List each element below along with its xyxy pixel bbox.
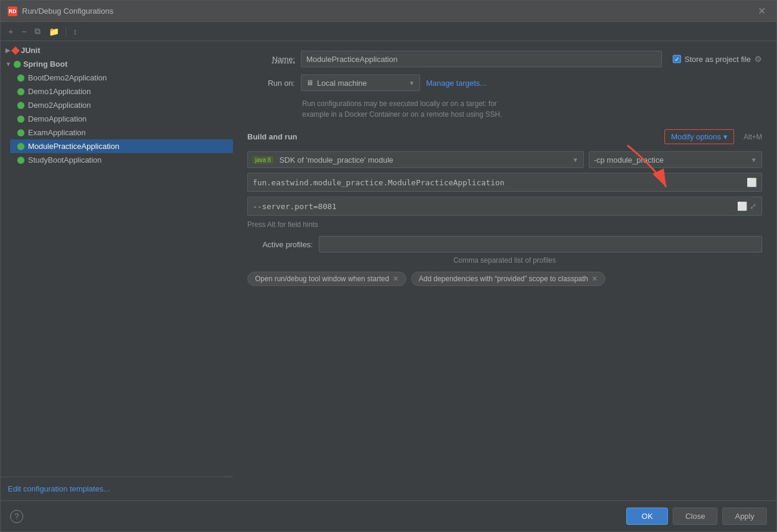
app-icon: RD xyxy=(8,7,17,16)
tag-open-debug-label: Open run/debug tool window when started xyxy=(255,275,389,283)
sidebar-item-demo2[interactable]: Demo2Application xyxy=(10,98,233,112)
run-on-dropdown[interactable]: 🖥 Local machine ▼ xyxy=(301,74,420,91)
run-on-value: Local machine xyxy=(317,79,367,88)
tags-row: Open run/debug tool window when started … xyxy=(247,272,762,286)
study-boot-icon xyxy=(17,157,24,164)
sdk-value: SDK of 'module_practice' module xyxy=(279,155,569,164)
sidebar-item-demo[interactable]: DemoApplication xyxy=(10,112,233,126)
boot-demo2-icon xyxy=(17,74,24,82)
store-project-gear-icon[interactable]: ⚙ xyxy=(754,54,762,64)
cp-dropdown[interactable]: -cp module_practice ▼ xyxy=(589,151,762,168)
sidebar-item-exam[interactable]: ExamApplication xyxy=(10,126,233,139)
run-on-hint: Run configurations may be executed local… xyxy=(302,98,762,120)
modify-shortcut: Alt+M xyxy=(744,133,762,141)
tag-add-deps-label: Add dependencies with “provided” scope t… xyxy=(419,275,588,283)
sort-button[interactable]: ↕ xyxy=(70,25,80,38)
vm-options-row: ⬜ ⤢ xyxy=(247,197,762,216)
apply-button[interactable]: Apply xyxy=(722,508,767,525)
active-profiles-input[interactable] xyxy=(319,236,762,253)
bottom-bar: ? OK Close Apply xyxy=(1,500,776,531)
java-tag: java 8 xyxy=(253,156,273,164)
store-project-row: Store as project file ⚙ xyxy=(673,54,762,64)
ok-button[interactable]: OK xyxy=(626,508,668,525)
demo-icon xyxy=(17,116,24,123)
help-icon: ? xyxy=(14,512,18,521)
sdk-row: java 8 SDK of 'module_practice' module ▼… xyxy=(247,151,762,168)
sidebar-item-module-practice[interactable]: ModulePracticeApplication xyxy=(10,139,233,153)
demo-label: DemoApplication xyxy=(28,114,86,123)
bottom-right: OK Close Apply xyxy=(626,508,767,525)
sidebar-content: ▶ JUnit ▼ Spring Boot BootDemo2Applicati… xyxy=(1,41,233,477)
name-label: Name: xyxy=(247,55,295,64)
junit-label: JUnit xyxy=(21,46,41,55)
junit-icon xyxy=(11,46,20,54)
exam-icon xyxy=(17,129,24,136)
build-run-section-header: Build and run Modify options ▾ Alt+M xyxy=(247,129,762,144)
comma-hint: Comma separated list of profiles xyxy=(247,256,762,265)
active-profiles-row: Active profiles: xyxy=(247,236,762,253)
bottom-left: ? xyxy=(10,510,23,523)
add-config-button[interactable]: + xyxy=(5,25,16,38)
run-on-arrow-icon: ▼ xyxy=(409,80,415,86)
sdk-dropdown[interactable]: java 8 SDK of 'module_practice' module ▼ xyxy=(247,151,584,168)
demo2-label: Demo2Application xyxy=(28,101,91,110)
main-class-folder-icon[interactable]: ⬜ xyxy=(747,178,757,187)
sidebar-item-demo1[interactable]: Demo1Application xyxy=(10,85,233,98)
exam-label: ExamApplication xyxy=(28,128,86,137)
toolbar-separator xyxy=(66,27,66,36)
boot-demo2-label: BootDemo2Application xyxy=(28,73,107,82)
sidebar-group-junit[interactable]: ▶ JUnit xyxy=(1,43,233,57)
sidebar-item-study-boot[interactable]: StudyBootApplication xyxy=(10,153,233,167)
title-bar-left: RD Run/Debug Configurations xyxy=(8,7,113,16)
close-dialog-button[interactable]: Close xyxy=(673,508,717,525)
content: Name: Store as project file ⚙ Run on: 🖥 … xyxy=(233,41,776,303)
sdk-arrow-icon: ▼ xyxy=(573,157,579,163)
monitor-icon: 🖥 xyxy=(306,79,313,87)
sidebar-group-spring-boot[interactable]: ▼ Spring Boot xyxy=(1,57,233,71)
cp-value: -cp module_practice xyxy=(594,155,747,164)
name-input[interactable] xyxy=(301,51,662,67)
sidebar: ▶ JUnit ▼ Spring Boot BootDemo2Applicati… xyxy=(1,41,233,500)
modify-options-button[interactable]: Modify options ▾ xyxy=(664,129,734,144)
close-button[interactable]: ✕ xyxy=(754,4,769,18)
toolbar: + − ⧉ 📁 ↕ xyxy=(1,22,776,41)
name-row: Name: Store as project file ⚙ xyxy=(247,51,762,67)
store-project-label: Store as project file xyxy=(685,55,751,64)
title-bar: RD Run/Debug Configurations ✕ xyxy=(1,1,776,22)
modify-options-arrow-icon: ▾ xyxy=(723,132,728,141)
run-on-label: Run on: xyxy=(247,79,295,88)
main-class-row: ⬜ xyxy=(247,173,762,192)
build-run-title: Build and run xyxy=(247,132,297,141)
main-area: ▶ JUnit ▼ Spring Boot BootDemo2Applicati… xyxy=(1,41,776,500)
module-practice-label: ModulePracticeApplication xyxy=(28,142,119,151)
sidebar-footer: Edit configuration templates... xyxy=(1,477,233,500)
vm-options-expand-icon[interactable]: ⤢ xyxy=(750,201,757,211)
manage-targets-link[interactable]: Manage targets... xyxy=(426,79,486,88)
spring-boot-label: Spring Boot xyxy=(23,60,67,69)
main-class-input[interactable] xyxy=(253,178,744,187)
active-profiles-label: Active profiles: xyxy=(247,240,313,249)
dialog-title: Run/Debug Configurations xyxy=(22,7,113,15)
remove-config-button[interactable]: − xyxy=(18,25,29,38)
demo1-icon xyxy=(17,88,24,95)
vm-options-copy-icon[interactable]: ⬜ xyxy=(737,201,747,211)
sidebar-item-boot-demo2[interactable]: BootDemo2Application xyxy=(10,71,233,85)
spring-boot-children: BootDemo2Application Demo1Application De… xyxy=(1,71,233,167)
help-button[interactable]: ? xyxy=(10,510,23,523)
edit-templates-link[interactable]: Edit configuration templates... xyxy=(8,484,110,493)
spring-boot-icon xyxy=(14,61,21,68)
spring-boot-arrow-icon: ▼ xyxy=(5,61,11,67)
tag-add-deps-close[interactable]: ✕ xyxy=(592,275,598,283)
content-wrapper: Name: Store as project file ⚙ Run on: 🖥 … xyxy=(233,41,776,500)
tag-add-deps: Add dependencies with “provided” scope t… xyxy=(411,272,605,286)
vm-options-input[interactable] xyxy=(253,202,735,211)
tag-open-debug-close[interactable]: ✕ xyxy=(393,275,399,283)
module-practice-icon xyxy=(17,143,24,150)
copy-config-button[interactable]: ⧉ xyxy=(32,24,43,38)
store-project-checkbox[interactable] xyxy=(673,55,681,63)
study-boot-label: StudyBootApplication xyxy=(28,155,102,164)
folder-button[interactable]: 📁 xyxy=(46,25,62,38)
cp-arrow-icon: ▼ xyxy=(751,157,757,163)
tag-open-debug: Open run/debug tool window when started … xyxy=(247,272,406,286)
demo1-label: Demo1Application xyxy=(28,87,91,96)
